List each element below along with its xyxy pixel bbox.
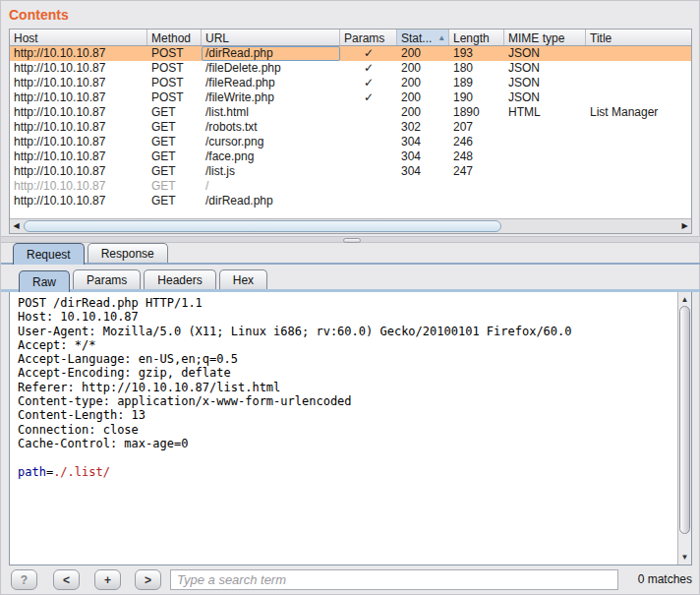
cell-params <box>340 149 397 164</box>
cell-mime <box>504 194 586 208</box>
request-line: Referer: http://10.10.10.87/list.html <box>18 381 677 394</box>
column-header-params[interactable]: Params <box>340 30 397 45</box>
cell-mime <box>504 179 586 194</box>
cell-params <box>340 135 397 149</box>
cell-title <box>586 46 691 61</box>
cell-method: GET <box>147 120 202 135</box>
search-input[interactable] <box>170 569 618 590</box>
cell-params: ✓ <box>340 61 397 76</box>
column-header-title[interactable]: Title <box>586 30 691 45</box>
tab-headers[interactable]: Headers <box>144 269 215 289</box>
cell-params <box>340 179 397 194</box>
tab-raw[interactable]: Raw <box>19 270 70 292</box>
cell-url: /fileDelete.php <box>202 61 340 76</box>
column-header-stat[interactable]: Stat...▲ <box>397 30 449 45</box>
cell-method: GET <box>147 164 202 179</box>
cell-title <box>586 76 691 90</box>
table-header-row: HostMethodURLParamsStat...▲LengthMIME ty… <box>10 30 691 46</box>
cell-status: 200 <box>397 105 449 120</box>
cell-host: http://10.10.10.87 <box>10 194 147 208</box>
cell-host: http://10.10.10.87 <box>10 120 147 135</box>
table-row[interactable]: http://10.10.10.87GET/cursor.png304246 <box>10 135 691 149</box>
request-line: Content-Length: 13 <box>18 408 677 422</box>
table-row[interactable]: http://10.10.10.87GET/ <box>10 179 691 194</box>
cell-status: 302 <box>397 120 449 135</box>
cell-length: 248 <box>449 149 504 164</box>
request-raw-text[interactable]: POST /dirRead.php HTTP/1.1Host: 10.10.10… <box>10 292 677 565</box>
table-row[interactable]: http://10.10.10.87GET/list.html2001890HT… <box>10 105 691 120</box>
request-editor[interactable]: POST /dirRead.php HTTP/1.1Host: 10.10.10… <box>9 292 692 565</box>
cell-status: 304 <box>397 149 449 164</box>
cell-method: POST <box>147 61 202 76</box>
cell-url: /list.js <box>202 164 340 179</box>
column-header-mime-type[interactable]: MIME type <box>504 30 586 45</box>
table-row[interactable]: http://10.10.10.87POST/dirRead.php✓20019… <box>10 46 691 61</box>
vertical-scrollbar-thumb[interactable] <box>679 306 690 534</box>
table-row[interactable]: http://10.10.10.87GET/face.png304248 <box>10 149 691 164</box>
table-empty-area <box>10 208 691 218</box>
column-header-url[interactable]: URL <box>202 30 340 45</box>
cell-title: List Manager <box>586 105 691 120</box>
tab-params[interactable]: Params <box>73 269 141 289</box>
cell-method: GET <box>147 179 202 194</box>
request-line: POST /dirRead.php HTTP/1.1 <box>18 296 677 310</box>
table-row[interactable]: http://10.10.10.87GET/list.js304247 <box>10 164 691 179</box>
cell-params <box>340 194 397 208</box>
cell-length: 180 <box>449 61 504 76</box>
search-previous-button[interactable]: < <box>53 569 80 590</box>
cell-host: http://10.10.10.87 <box>10 135 147 149</box>
cell-mime <box>504 164 586 179</box>
tab-request[interactable]: Request <box>13 243 85 265</box>
cell-url: /fileRead.php <box>202 76 340 90</box>
request-line: Content-type: application/x-www-form-url… <box>18 394 677 408</box>
table-row[interactable]: http://10.10.10.87GET/dirRead.php <box>10 194 691 208</box>
vertical-scrollbar[interactable]: ▲ ▼ <box>677 292 691 565</box>
column-header-length[interactable]: Length <box>449 30 504 45</box>
cell-title <box>586 179 691 194</box>
match-count: 0 matches <box>638 572 692 586</box>
scroll-up-icon[interactable]: ▲ <box>678 293 691 306</box>
table-row[interactable]: http://10.10.10.87POST/fileWrite.php✓200… <box>10 90 691 105</box>
cell-length: 193 <box>449 46 504 61</box>
cell-host: http://10.10.10.87 <box>10 90 147 105</box>
table-row[interactable]: http://10.10.10.87POST/fileRead.php✓2001… <box>10 76 691 90</box>
horizontal-scrollbar[interactable]: ◀ ▶ <box>10 218 691 233</box>
cell-host: http://10.10.10.87 <box>10 61 147 76</box>
table-row[interactable]: http://10.10.10.87GET/robots.txt302207 <box>10 120 691 135</box>
cell-method: GET <box>147 194 202 208</box>
scroll-left-icon[interactable]: ◀ <box>10 219 23 233</box>
column-header-method[interactable]: Method <box>147 30 202 45</box>
cell-length: 189 <box>449 76 504 90</box>
cell-host: http://10.10.10.87 <box>10 149 147 164</box>
search-options-button[interactable]: + <box>94 569 121 590</box>
cell-status: 200 <box>397 46 449 61</box>
column-header-host[interactable]: Host <box>10 30 147 45</box>
http-history-table: HostMethodURLParamsStat...▲LengthMIME ty… <box>9 29 692 234</box>
request-line: Accept-Language: en-US,en;q=0.5 <box>18 352 677 366</box>
cell-mime: HTML <box>504 105 586 120</box>
cell-mime <box>504 149 586 164</box>
cell-method: GET <box>147 135 202 149</box>
scroll-down-icon[interactable]: ▼ <box>678 551 691 564</box>
cell-status <box>397 194 449 208</box>
search-help-button[interactable]: ? <box>11 569 37 590</box>
request-line: Connection: close <box>18 423 677 437</box>
table-row[interactable]: http://10.10.10.87POST/fileDelete.php✓20… <box>10 61 691 76</box>
cell-params <box>340 164 397 179</box>
tab-response[interactable]: Response <box>88 243 168 263</box>
cell-title <box>586 164 691 179</box>
table-body: http://10.10.10.87POST/dirRead.php✓20019… <box>10 46 691 208</box>
cell-mime <box>504 135 586 149</box>
cell-title <box>586 194 691 208</box>
cell-params <box>340 120 397 135</box>
search-next-button[interactable]: > <box>135 569 161 590</box>
request-line <box>18 450 677 464</box>
cell-length: 247 <box>449 164 504 179</box>
sort-ascending-icon: ▲ <box>438 33 445 42</box>
horizontal-scrollbar-thumb[interactable] <box>24 220 501 232</box>
tab-hex[interactable]: Hex <box>219 269 267 289</box>
cell-url: / <box>202 179 340 194</box>
scroll-right-icon[interactable]: ▶ <box>678 219 691 233</box>
cell-mime <box>504 120 586 135</box>
request-line: Cache-Control: max-age=0 <box>18 437 677 450</box>
